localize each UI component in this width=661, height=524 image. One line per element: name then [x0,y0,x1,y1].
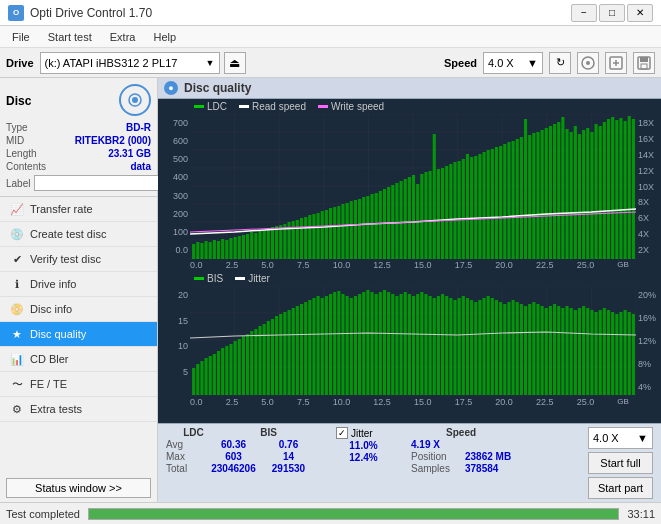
title-bar: O Opti Drive Control 1.70 − □ ✕ [0,0,661,26]
svg-rect-117 [549,126,552,259]
sidebar-item-cd-bler[interactable]: 📊 CD Bler [0,347,157,372]
legend-jitter: Jitter [235,273,270,284]
svg-rect-229 [507,302,510,395]
close-button[interactable]: ✕ [627,4,653,22]
sidebar-item-drive-info[interactable]: ℹ Drive info [0,272,157,297]
sidebar-item-fe-te[interactable]: 〜 FE / TE [0,372,157,397]
bottom-x-axis: 0.0 2.5 5.0 7.5 10.0 12.5 15.0 17.5 20.0… [158,396,661,408]
svg-rect-127 [590,132,593,259]
minimize-button[interactable]: − [571,4,597,22]
svg-rect-203 [400,294,403,395]
svg-rect-134 [619,118,622,259]
disc-type-label: Type [6,122,28,133]
svg-rect-57 [300,218,303,259]
sidebar-item-create-test-disc[interactable]: 💿 Create test disc [0,222,157,247]
disc-label-input[interactable] [34,175,167,191]
svg-rect-110 [520,137,523,259]
svg-rect-224 [487,296,490,395]
svg-rect-133 [615,120,618,259]
jitter-label: Jitter [351,428,373,439]
svg-rect-83 [408,177,411,259]
svg-rect-182 [312,298,315,395]
save-button[interactable] [633,52,655,74]
svg-rect-174 [279,314,282,395]
disc-length-row: Length 23.31 GB [6,148,151,159]
menu-extra[interactable]: Extra [102,29,144,45]
sidebar-item-verify-test-disc[interactable]: ✔ Verify test disc [0,247,157,272]
eject-button[interactable]: ⏏ [224,52,246,74]
stats-avg-speed: 4.19 X [411,439,440,450]
sidebar-item-transfer-rate[interactable]: 📈 Transfer rate [0,197,157,222]
jitter-checkbox[interactable]: ✓ [336,427,348,439]
main-area: Disc Type BD-R MID RITEKBR2 (000) [0,78,661,502]
disc-contents-value: data [130,161,151,172]
nav-list: 📈 Transfer rate 💿 Create test disc ✔ Ver… [0,197,157,422]
test-speed-select[interactable]: 4.0 X ▼ [588,427,653,449]
svg-rect-178 [296,306,299,395]
menu-help[interactable]: Help [145,29,184,45]
stats-total-label: Total [166,463,206,474]
status-window-button[interactable]: Status window >> [6,478,151,498]
bottom-chart-wrapper: 20 15 10 5 [158,286,661,396]
svg-rect-40 [229,238,232,259]
start-part-button[interactable]: Start part [588,477,653,499]
top-y-axis-right: 18X 16X 14X 12X 10X 8X 6X 4X 2X [636,114,661,259]
svg-rect-241 [557,306,560,395]
status-bar: Test completed 33:11 [0,502,661,524]
stats-position-label: Position [411,451,461,462]
stats-avg-jitter-row: 11.0% [336,440,391,451]
disc-image-button[interactable] [577,52,599,74]
svg-rect-205 [408,294,411,395]
disc-quality-header-icon: ● [164,81,178,95]
stats-bar: LDC BIS Avg 60.36 0.76 Max 603 14 Total … [158,423,661,502]
svg-rect-48 [263,230,266,259]
sidebar-item-disc-quality[interactable]: ★ Disc quality [0,322,157,347]
svg-rect-202 [395,296,398,395]
svg-rect-90 [437,169,440,259]
svg-point-1 [586,61,590,65]
disc-quality-header: ● Disc quality [158,78,661,99]
stats-avg-bis: 0.76 [261,439,316,450]
drive-dropdown[interactable]: (k:) ATAPI iHBS312 2 PL17 ▼ [40,52,220,74]
top-chart-svg [190,114,636,259]
app-title: Opti Drive Control 1.70 [30,6,152,20]
svg-rect-59 [308,215,311,259]
svg-rect-96 [462,159,465,259]
menu-file[interactable]: File [4,29,38,45]
svg-rect-156 [205,358,208,395]
svg-rect-70 [354,200,357,259]
svg-rect-189 [341,294,344,395]
sidebar-item-extra-tests[interactable]: ⚙ Extra tests [0,397,157,422]
svg-rect-239 [549,306,552,395]
start-full-button[interactable]: Start full [588,452,653,474]
svg-point-10 [132,97,138,103]
svg-rect-225 [491,298,494,395]
disc-mid-value: RITEKBR2 (000) [75,135,151,146]
svg-rect-211 [433,298,436,395]
svg-rect-213 [441,294,444,395]
svg-rect-243 [565,306,568,395]
svg-rect-45 [250,232,253,259]
speed-dropdown[interactable]: 4.0 X ▼ [483,52,543,74]
window-controls[interactable]: − □ ✕ [571,4,653,22]
svg-rect-161 [225,346,228,395]
svg-rect-176 [287,310,290,395]
svg-rect-234 [528,304,531,395]
svg-rect-246 [578,308,581,395]
svg-rect-167 [250,331,253,395]
svg-rect-173 [275,316,278,395]
svg-rect-187 [333,292,336,395]
maximize-button[interactable]: □ [599,4,625,22]
svg-rect-102 [487,150,490,259]
svg-rect-136 [628,116,631,259]
menu-start-test[interactable]: Start test [40,29,100,45]
disc-quality-icon: ★ [10,327,24,341]
refresh-button[interactable]: ↻ [549,52,571,74]
disc-info-icon: 📀 [10,302,24,316]
stats-avg-label: Avg [166,439,206,450]
burn-button[interactable] [605,52,627,74]
progress-bar [88,508,619,520]
svg-rect-248 [586,308,589,395]
top-chart-wrapper: 700 600 500 400 300 200 100 0.0 [158,114,661,259]
sidebar-item-disc-info[interactable]: 📀 Disc info [0,297,157,322]
